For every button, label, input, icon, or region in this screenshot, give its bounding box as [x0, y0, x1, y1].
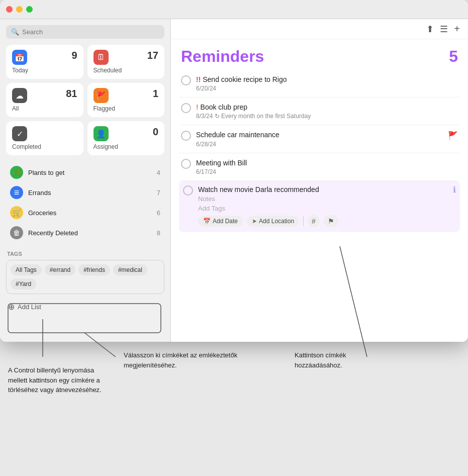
groceries-count: 6	[157, 209, 160, 217]
reminder-checkbox-2[interactable]	[181, 103, 191, 113]
annotation-middle-text: Válasszon ki címkéket az emlékeztetők me…	[124, 351, 237, 369]
list-item-errands[interactable]: ≡ Errands 7	[6, 182, 164, 203]
reminder-item-4: Meeting with Bill 6/17/24	[179, 153, 460, 181]
reminder-date-3: 6/28/24	[196, 141, 443, 148]
add-date-button[interactable]: 📅 Add Date	[198, 216, 243, 227]
add-list-button[interactable]: ⊕ Add List	[6, 297, 164, 317]
fullscreen-button[interactable]	[26, 6, 33, 13]
completed-label: Completed	[12, 143, 77, 150]
add-date-label: Add Date	[213, 218, 238, 225]
reminder-body-3: Schedule car maintenance 6/28/24	[196, 130, 443, 147]
annotation-right-text: Kattintson címkék hozzáadásához.	[295, 351, 346, 369]
smart-folders-grid: 📅 Today 9 🗓 Scheduled 17 ☁ All 81 🚩 Flag	[6, 45, 164, 155]
tag-friends[interactable]: #friends	[78, 264, 110, 275]
reminder-body-2: ! Book club prep 8/3/24 ↻ Every month on…	[196, 103, 458, 120]
reminder-actions-bar: 📅 Add Date ➤ Add Location #	[198, 213, 448, 229]
scheduled-icon: 🗓	[93, 50, 109, 65]
share-icon[interactable]: ⬆	[426, 24, 434, 35]
annotation-area: A Control billentyű lenyomása mellett ka…	[0, 340, 468, 476]
smart-folder-today[interactable]: 📅 Today 9	[6, 45, 83, 79]
reminder-text-1: Send cookie recipe to Rigo	[203, 75, 287, 83]
main-toolbar: ⬆ ☰ +	[171, 19, 468, 39]
reminder-list: !! Send cookie recipe to Rigo 6/20/24 ! …	[171, 70, 468, 342]
tag-all[interactable]: All Tags	[11, 264, 42, 275]
tag-medical[interactable]: #medical	[113, 264, 147, 275]
deleted-icon: 🗑	[10, 226, 23, 239]
main-content: ⬆ ☰ + Reminders 5 !! Send cookie recipe …	[171, 19, 468, 342]
reminders-title: Reminders	[181, 47, 264, 66]
flagged-icon: 🚩	[93, 88, 109, 103]
smart-folder-completed[interactable]: ✓ Completed	[6, 121, 83, 155]
reminder-checkbox-3[interactable]	[181, 131, 191, 141]
recurrence-icon-2: ↻	[215, 113, 221, 120]
lists-section: 🌿 Plants to get 4 ≡ Errands 7 🛒 Grocerie…	[6, 159, 164, 246]
close-button[interactable]	[6, 6, 13, 13]
add-flag-button[interactable]: ⚑	[324, 215, 338, 227]
scheduled-label: Scheduled	[93, 67, 159, 74]
today-icon: 📅	[12, 50, 27, 65]
reminder-body-1: !! Send cookie recipe to Rigo 6/20/24	[196, 75, 458, 92]
reminder-title-4: Meeting with Bill	[196, 158, 458, 167]
priority-icon-2: !	[196, 103, 199, 111]
list-view-icon[interactable]: ☰	[440, 24, 448, 35]
list-item-groceries[interactable]: 🛒 Groceries 6	[6, 203, 164, 223]
completed-icon: ✓	[12, 126, 27, 141]
today-count: 9	[71, 50, 77, 61]
smart-folder-scheduled[interactable]: 🗓 Scheduled 17	[87, 45, 165, 79]
search-input[interactable]	[22, 28, 159, 36]
tag-hash-icon: #	[312, 217, 316, 225]
reminder-item-1: !! Send cookie recipe to Rigo 6/20/24	[179, 70, 460, 98]
search-bar[interactable]: 🔍	[6, 25, 164, 39]
scheduled-count: 17	[147, 50, 158, 61]
add-location-button[interactable]: ➤ Add Location	[247, 216, 299, 227]
recurrence-text-2: Every month on the first Saturday	[221, 113, 311, 120]
add-location-label: Add Location	[259, 218, 294, 225]
groceries-label: Groceries	[28, 209, 152, 217]
add-tags-input[interactable]: Add Tags	[198, 204, 448, 213]
add-tag-button[interactable]: #	[308, 215, 320, 227]
info-icon-5[interactable]: ℹ	[453, 185, 456, 195]
reminders-count: 5	[449, 47, 458, 66]
window-content: 🔍 📅 Today 9 🗓 Scheduled 17 ☁ All	[0, 19, 468, 342]
smart-folder-assigned[interactable]: 👤 Assigned 0	[87, 121, 165, 155]
flagged-count: 1	[153, 88, 158, 100]
reminder-text-4: Meeting with Bill	[196, 159, 247, 167]
calendar-icon: 📅	[203, 218, 211, 225]
app-window: 🔍 📅 Today 9 🗓 Scheduled 17 ☁ All	[0, 0, 468, 342]
tag-yard[interactable]: #Yard	[11, 278, 36, 290]
reminder-item-3: Schedule car maintenance 6/28/24 🚩	[179, 125, 460, 153]
annotation-middle: Válasszon ki címkéket az emlékeztetők me…	[124, 350, 254, 370]
smart-folder-all[interactable]: ☁ All 81	[6, 83, 83, 117]
flag-icon-3: 🚩	[448, 131, 458, 140]
add-reminder-icon[interactable]: +	[454, 23, 460, 35]
all-count: 81	[66, 88, 77, 100]
reminder-title-1: !! Send cookie recipe to Rigo	[196, 75, 458, 84]
search-icon: 🔍	[11, 28, 19, 36]
reminder-checkbox-1[interactable]	[181, 75, 191, 85]
add-list-label: Add List	[18, 303, 41, 311]
smart-folder-flagged[interactable]: 🚩 Flagged 1	[87, 83, 165, 117]
tag-errand[interactable]: #errand	[45, 264, 75, 275]
list-item-deleted[interactable]: 🗑 Recently Deleted 8	[6, 223, 164, 243]
annotation-left-text: A Control billentyű lenyomása mellett ka…	[8, 366, 102, 394]
minimize-button[interactable]	[16, 6, 23, 13]
groceries-icon: 🛒	[10, 206, 23, 219]
reminder-body-5: Watch new movie Darla recommended Notes …	[198, 185, 448, 229]
annotation-left: A Control billentyű lenyomása mellett ka…	[8, 350, 109, 395]
reminder-date-4: 6/17/24	[196, 168, 458, 175]
reminder-title-5[interactable]: Watch new movie Darla recommended	[198, 185, 448, 194]
reminder-checkbox-5[interactable]	[183, 185, 193, 196]
assigned-count: 0	[153, 126, 158, 138]
reminder-text-2: Book club prep	[201, 103, 247, 111]
reminder-checkbox-4[interactable]	[181, 159, 191, 169]
list-item-plants[interactable]: 🌿 Plants to get 4	[6, 162, 164, 182]
reminder-text-3: Schedule car maintenance	[196, 131, 279, 139]
all-icon: ☁	[12, 88, 27, 103]
assigned-label: Assigned	[93, 143, 159, 150]
priority-icon-1: !!	[196, 75, 201, 83]
tags-label: Tags	[6, 251, 164, 257]
reminder-body-4: Meeting with Bill 6/17/24	[196, 158, 458, 175]
notes-input[interactable]: Notes	[198, 194, 448, 204]
deleted-count: 8	[157, 229, 160, 237]
reminder-text-5: Watch new movie Darla recommended	[198, 185, 319, 194]
